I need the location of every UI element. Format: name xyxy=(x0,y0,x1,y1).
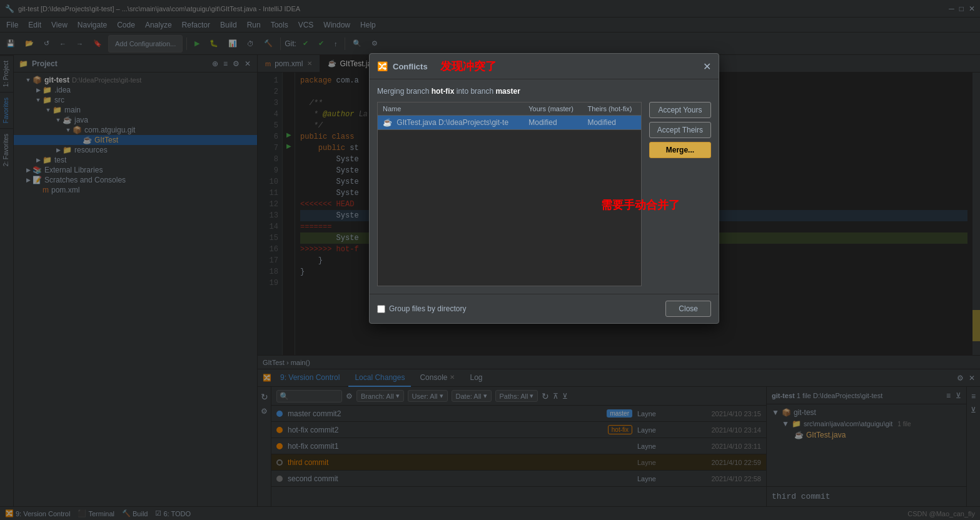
dialog-chinese-title: 发现冲突了 xyxy=(440,59,497,74)
col-theirs: Theirs (hot-fix) xyxy=(582,102,641,116)
dialog-icon: 🔀 xyxy=(377,61,388,71)
dialog-close-btn[interactable]: ✕ xyxy=(703,61,711,72)
checkbox-text: Group files by directory xyxy=(389,304,466,313)
branch-from: hot-fix xyxy=(432,87,455,96)
conflicts-dialog: 🔀 Conflicts 发现冲突了 ✕ Merging branch hot-f… xyxy=(369,53,719,324)
app-window: 🔧 git-test [D:\IdeaProjects\git-test] – … xyxy=(0,0,980,520)
conflicts-table-wrapper: Name Yours (master) Theirs (hot-fix) ☕ G… xyxy=(377,102,642,286)
group-by-dir-checkbox-label[interactable]: Group files by directory xyxy=(377,304,466,313)
conflict-file-name: ☕ GItTest.java D:\IdeaProjects\git-te xyxy=(378,116,524,130)
conflicts-table: Name Yours (master) Theirs (hot-fix) ☕ G… xyxy=(377,102,642,130)
accept-theirs-btn[interactable]: Accept Theirs xyxy=(649,122,711,138)
dialog-titlebar: 🔀 Conflicts 发现冲突了 ✕ xyxy=(370,54,719,79)
dialog-subtitle: Merging branch hot-fix into branch maste… xyxy=(377,87,711,96)
dialog-table-area: Name Yours (master) Theirs (hot-fix) ☕ G… xyxy=(377,102,711,286)
branch-to: master xyxy=(495,87,520,96)
dialog-body: Merging branch hot-fix into branch maste… xyxy=(370,79,719,294)
table-empty-area xyxy=(377,130,642,286)
conflict-file-icon: ☕ xyxy=(383,118,392,127)
dialog-close-button[interactable]: Close xyxy=(665,301,711,317)
merge-btn[interactable]: Merge... xyxy=(649,142,711,158)
conflict-theirs-status: Modified xyxy=(582,116,641,130)
group-by-dir-checkbox[interactable] xyxy=(377,305,385,313)
accept-yours-btn[interactable]: Accept Yours xyxy=(649,102,711,118)
dialog-title: Conflicts xyxy=(393,62,428,71)
col-name: Name xyxy=(378,102,524,116)
dialog-footer: Group files by directory Close xyxy=(370,294,719,323)
dialog-action-buttons: Accept Yours Accept Theirs Merge... xyxy=(649,102,711,286)
conflict-file-row-1[interactable]: ☕ GItTest.java D:\IdeaProjects\git-te Mo… xyxy=(378,116,642,130)
col-yours: Yours (master) xyxy=(523,102,582,116)
modal-overlay: 🔀 Conflicts 发现冲突了 ✕ Merging branch hot-f… xyxy=(0,0,980,520)
conflict-yours-status: Modified xyxy=(523,116,582,130)
